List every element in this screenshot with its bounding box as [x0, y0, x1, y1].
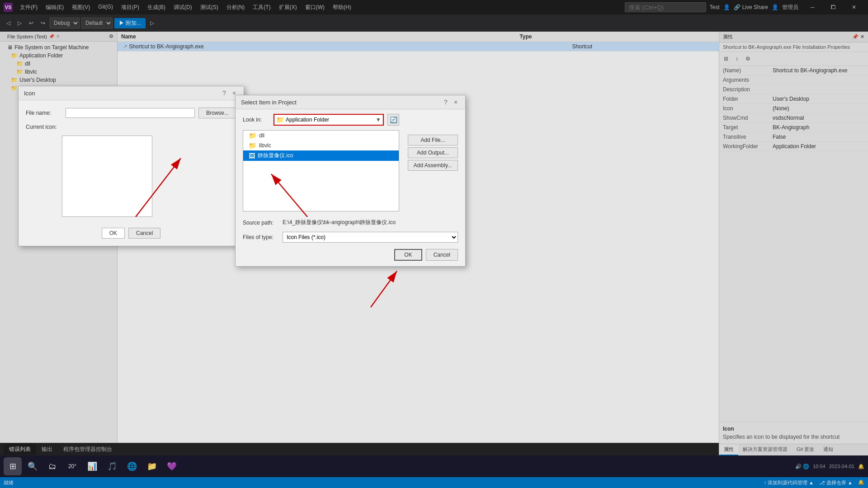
- dialog-select-title: Select Item in Project: [241, 99, 297, 106]
- lookin-refresh-btn[interactable]: 🔄: [387, 114, 399, 126]
- dialog-select-titlebar: Select Item in Project ? ×: [236, 95, 465, 109]
- lookin-select-inner: 📁 Application Folder: [276, 116, 374, 123]
- current-icon-label: Current icon:: [26, 124, 62, 130]
- source-path-label: Source path:: [243, 220, 279, 226]
- filetype-label: Files of type:: [243, 234, 279, 240]
- dialog-select-controls: ? ×: [442, 98, 460, 106]
- folder-icon-sm: 📁: [276, 116, 284, 123]
- lookin-label: Look in:: [243, 117, 270, 123]
- browser-item-libvlc[interactable]: 📁 libvlc: [243, 141, 399, 150]
- dialog-select-close-btn[interactable]: ×: [452, 98, 460, 106]
- dialog-icon-body: File name: Browse... Current icon:: [19, 100, 244, 224]
- source-path-row: Source path: E:\4_静脉显像仪\bk-angiograph\静脉…: [236, 216, 465, 229]
- file-browser: 📁 dll 📁 libvlc 🖼 静脉显像仪.ico: [243, 130, 399, 211]
- add-output-button[interactable]: Add Output...: [408, 147, 458, 158]
- dialog-select-question[interactable]: ?: [442, 98, 450, 106]
- select-cancel-button[interactable]: Cancel: [426, 249, 458, 261]
- dialog-icon-title: Icon: [24, 90, 35, 97]
- select-right-buttons: Add File... Add Output... Add Assembly..…: [408, 135, 458, 171]
- icon-ok-button[interactable]: OK: [102, 228, 125, 239]
- select-footer: OK Cancel: [236, 245, 465, 266]
- add-file-button[interactable]: Add File...: [408, 135, 458, 145]
- dialog-icon-titlebar: Icon ? ×: [19, 86, 244, 100]
- filename-input[interactable]: [66, 108, 195, 118]
- browser-item-dll[interactable]: 📁 dll: [243, 131, 399, 141]
- browser-dll-label: dll: [259, 132, 264, 139]
- image-icon: 🖼: [249, 152, 255, 160]
- browse-button[interactable]: Browse...: [198, 108, 236, 118]
- filetype-row: Files of type: Icon Files (*.ico): [236, 229, 465, 245]
- add-assembly-button[interactable]: Add Assembly...: [408, 160, 458, 171]
- dialog-select: Select Item in Project ? × Look in: 📁 Ap…: [235, 95, 466, 267]
- dialog-icon: Icon ? × File name: Browse... Current ic…: [18, 86, 244, 246]
- dialog-icon-question[interactable]: ?: [220, 89, 228, 97]
- filename-row: File name: Browse...: [26, 108, 236, 118]
- lookin-select[interactable]: 📁 Application Folder ▼: [274, 114, 384, 126]
- lookin-row: Look in: 📁 Application Folder ▼ 🔄: [236, 109, 406, 130]
- filetype-select[interactable]: Icon Files (*.ico): [283, 232, 458, 243]
- folder-icon: 📁: [249, 132, 256, 139]
- source-path-value: E:\4_静脉显像仪\bk-angiograph\静脉显像仪.ico: [283, 219, 396, 226]
- folder-icon: 📁: [249, 142, 256, 149]
- lookin-dropdown-icon[interactable]: ▼: [376, 117, 381, 123]
- icon-cancel-button[interactable]: Cancel: [128, 228, 160, 239]
- browser-libvlc-label: libvlc: [259, 142, 271, 149]
- icon-preview: [62, 136, 152, 217]
- browser-item-ico[interactable]: 🖼 静脉显像仪.ico: [243, 150, 399, 161]
- dialog-icon-footer: OK Cancel: [19, 224, 244, 246]
- browser-ico-label: 静脉显像仪.ico: [258, 152, 293, 160]
- filename-label: File name:: [26, 110, 62, 116]
- select-ok-button[interactable]: OK: [394, 249, 422, 261]
- lookin-folder-name: Application Folder: [286, 117, 329, 123]
- current-icon-row: Current icon:: [26, 124, 236, 130]
